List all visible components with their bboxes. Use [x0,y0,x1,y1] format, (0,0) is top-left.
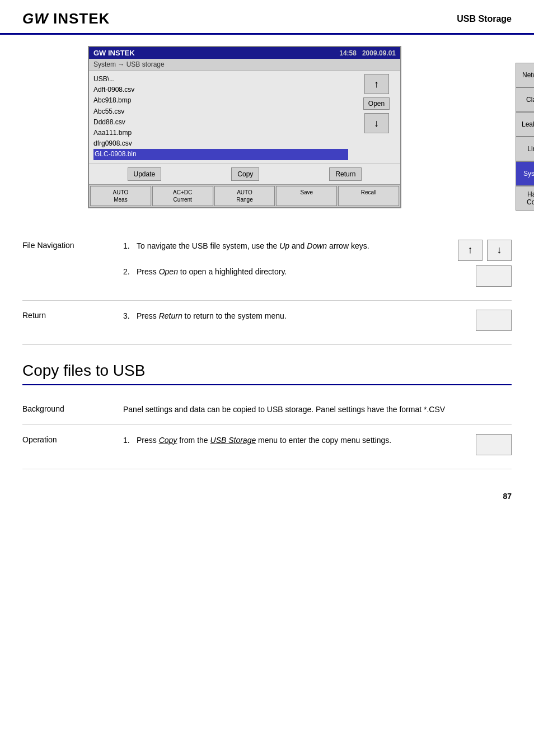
step-1: To navigate the USB file system, use the… [123,240,512,261]
op-step-1: Press Copy from the USB Storage menu to … [123,434,512,455]
class-button[interactable]: Class [516,87,534,112]
operation-row: Operation Press Copy from the USB Storag… [22,425,512,469]
page-header: GW INSTEK USB Storage [0,0,534,35]
nav-down-button[interactable]: ↓ [364,113,389,133]
open-button[interactable]: Open [363,97,390,110]
instrument-screen: GW INSTEK 14:58 2009.09.01 System → USB … [88,46,401,208]
step-3: Press Return to return to the system men… [123,310,512,331]
screen-bottom-buttons: Update Copy Return [89,164,400,184]
network-button[interactable]: Network [516,63,534,87]
list-item[interactable]: Abc55.csv [93,106,348,117]
screen-wrapper: GW INSTEK 14:58 2009.09.01 System → USB … [22,46,512,220]
list-item[interactable]: USB\... [93,74,348,85]
screen-breadcrumb: System → USB storage [89,59,400,71]
return-key-button [476,310,512,331]
return-steps: Press Return to return to the system men… [123,310,512,331]
nav-icons: ↑ ↓ [458,240,512,261]
down-arrow-icon: ↓ [487,240,512,261]
return-button[interactable]: Return [329,167,362,181]
background-label: Background [22,403,112,413]
limit-button[interactable]: Limit [516,137,534,161]
page-title: USB Storage [457,14,512,24]
screen-right-panel: ↑ Open ↓ [353,71,400,164]
leakage-button[interactable]: Leakage [516,112,534,137]
return-content: Press Return to return to the system men… [123,310,512,335]
page-number: 87 [0,480,534,506]
auto-meas-button[interactable]: AUTO Meas [90,186,151,206]
return-row: Return Press Return to return to the sys… [22,301,512,345]
open-key-button [476,265,512,287]
save-button[interactable]: Save [276,186,337,206]
screen-body: USB\... Adft-0908.csv Abc918.bmp Abc55.c… [89,71,400,164]
recall-button[interactable]: Recall [338,186,399,206]
step-2: Press Open to open a highlighted directo… [123,265,512,287]
copy-key-button [476,434,512,455]
copy-section: Copy files to USB Background Panel setti… [22,362,512,469]
copy-section-divider [22,384,512,385]
hard-copy-button[interactable]: Hard Copy [516,186,534,211]
arrow-up-icon: ↑ [374,78,379,90]
file-navigation-steps: To navigate the USB file system, use the… [123,240,512,287]
file-list: USB\... Adft-0908.csv Abc918.bmp Abc55.c… [93,74,348,160]
operation-steps: Press Copy from the USB Storage menu to … [123,434,512,455]
list-item[interactable]: Abc918.bmp [93,95,348,106]
operation-content: Press Copy from the USB Storage menu to … [123,434,512,460]
background-content: Panel settings and data can be copied to… [123,403,512,416]
auto-range-button[interactable]: AUTO Range [214,186,275,206]
file-navigation-row: File Navigation To navigate the USB file… [22,231,512,301]
update-button[interactable]: Update [128,167,162,181]
operation-label: Operation [22,434,112,444]
list-item[interactable]: dfrg0908.csv [93,138,348,149]
sidebar-buttons: Network Class Leakage Limit System Hard … [516,63,534,211]
list-item[interactable]: Ddd88.csv [93,117,348,128]
list-item[interactable]: Aaa111.bmp [93,128,348,138]
copy-section-heading: Copy files to USB [22,362,512,380]
main-content: GW INSTEK 14:58 2009.09.01 System → USB … [0,35,534,480]
company-logo: GW INSTEK [22,10,110,27]
file-list-area: USB\... Adft-0908.csv Abc918.bmp Abc55.c… [89,71,353,164]
file-navigation-label: File Navigation [22,240,112,250]
nav-up-button[interactable]: ↑ [364,74,389,94]
screen-header: GW INSTEK 14:58 2009.09.01 [89,47,400,59]
screen-logo: GW INSTEK [93,49,135,57]
return-label: Return [22,310,112,320]
ac-dc-current-button[interactable]: AC+DC Current [152,186,213,206]
list-item[interactable]: Adft-0908.csv [93,85,348,95]
copy-button[interactable]: Copy [231,167,259,181]
screen-datetime: 14:58 2009.09.01 [339,49,396,57]
system-button[interactable]: System [516,161,534,186]
file-navigation-content: To navigate the USB file system, use the… [123,240,512,291]
function-bar: AUTO Meas AC+DC Current AUTO Range Save … [89,184,400,207]
list-item-selected[interactable]: GLC-0908.bin [93,149,348,160]
arrow-down-icon: ↓ [374,118,379,129]
background-row: Background Panel settings and data can b… [22,394,512,425]
up-arrow-icon: ↑ [458,240,483,261]
